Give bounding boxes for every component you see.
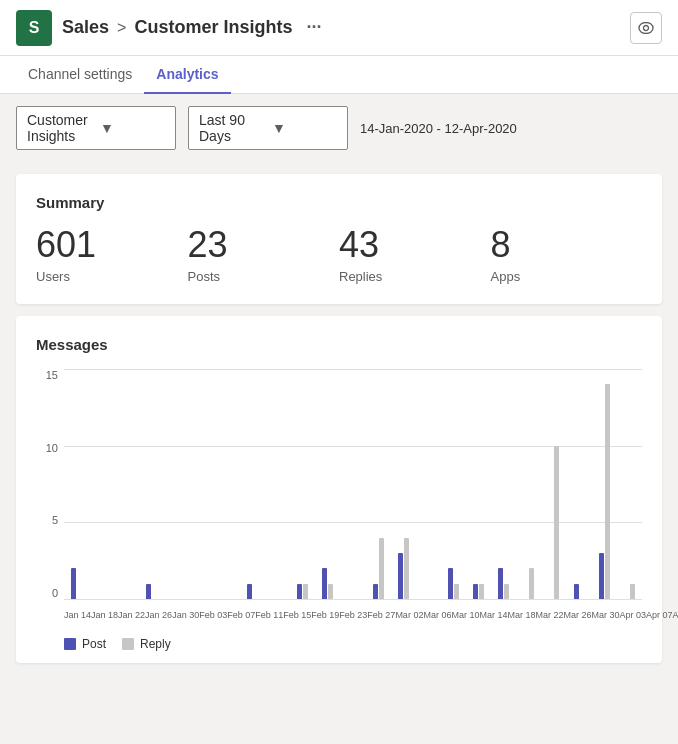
- x-label: Mar 14: [479, 610, 507, 620]
- bar-group: [89, 369, 114, 599]
- bar-group: [617, 369, 642, 599]
- summary-item-users: 601 Users: [36, 227, 188, 284]
- bar-group: [391, 369, 416, 599]
- x-label: Apr 07: [646, 610, 673, 620]
- chart-body: [64, 369, 642, 599]
- x-label: Jan 18: [91, 610, 118, 620]
- view-toggle-button[interactable]: [630, 12, 662, 44]
- replies-label: Replies: [339, 269, 491, 284]
- x-label: Feb 27: [367, 610, 395, 620]
- x-label: Mar 22: [535, 610, 563, 620]
- x-label: Jan 26: [145, 610, 172, 620]
- y-label-5: 5: [52, 514, 58, 526]
- bar-post: [146, 584, 151, 599]
- more-options-button[interactable]: ···: [300, 15, 327, 40]
- bar-group: [215, 369, 240, 599]
- customer-insights-dropdown[interactable]: Customer Insights ▼: [16, 106, 176, 150]
- app-header: S Sales > Customer Insights ···: [0, 0, 678, 56]
- x-label: Mar 26: [563, 610, 591, 620]
- bar-group: [567, 369, 592, 599]
- summary-title: Summary: [36, 194, 642, 211]
- apps-label: Apps: [491, 269, 643, 284]
- x-label: Jan 22: [118, 610, 145, 620]
- chart-legend: Post Reply: [36, 637, 642, 651]
- legend-reply-box: [122, 638, 134, 650]
- bar-post: [373, 584, 378, 599]
- svg-point-1: [644, 25, 649, 30]
- x-label: Mar 06: [423, 610, 451, 620]
- bar-group: [541, 369, 566, 599]
- bar-reply: [630, 584, 635, 599]
- legend-post-box: [64, 638, 76, 650]
- bar-group: [340, 369, 365, 599]
- summary-item-apps: 8 Apps: [491, 227, 643, 284]
- tab-bar: Channel settings Analytics: [0, 56, 678, 94]
- users-label: Users: [36, 269, 188, 284]
- legend-reply-label: Reply: [140, 637, 171, 651]
- bar-group: [416, 369, 441, 599]
- legend-reply: Reply: [122, 637, 171, 651]
- bar-reply: [605, 384, 610, 599]
- bar-group: [466, 369, 491, 599]
- dropdown-label: Customer Insights: [27, 112, 92, 144]
- bar-post: [473, 584, 478, 599]
- bar-group: [441, 369, 466, 599]
- x-label: Jan 14: [64, 610, 91, 620]
- bar-group: [516, 369, 541, 599]
- tab-channel-settings[interactable]: Channel settings: [16, 56, 144, 94]
- summary-item-replies: 43 Replies: [339, 227, 491, 284]
- breadcrumb-separator: >: [117, 19, 126, 37]
- x-label: Mar 02: [395, 610, 423, 620]
- header-left: S Sales > Customer Insights ···: [16, 10, 327, 46]
- bar-post: [297, 584, 302, 599]
- messages-title: Messages: [36, 336, 642, 353]
- breadcrumb-root: Sales: [62, 17, 109, 38]
- tab-analytics[interactable]: Analytics: [144, 56, 230, 94]
- chevron-down-icon: ▼: [100, 120, 165, 136]
- x-label: Mar 30: [591, 610, 619, 620]
- summary-item-posts: 23 Posts: [188, 227, 340, 284]
- x-label: Feb 11: [255, 610, 283, 620]
- bar-reply: [454, 584, 459, 599]
- bar-post: [322, 568, 327, 599]
- summary-grid: 601 Users 23 Posts 43 Replies 8 Apps: [36, 227, 642, 284]
- x-label: Apr 11: [673, 610, 678, 620]
- x-label: Apr 03: [620, 610, 647, 620]
- bar-reply: [554, 446, 559, 599]
- y-axis: 15 10 5 0: [36, 369, 58, 599]
- svg-point-0: [639, 22, 653, 33]
- x-label: Feb 03: [199, 610, 227, 620]
- bar-group: [64, 369, 89, 599]
- summary-card: Summary 601 Users 23 Posts 43 Replies 8 …: [16, 174, 662, 304]
- legend-post-label: Post: [82, 637, 106, 651]
- bar-reply: [479, 584, 484, 599]
- breadcrumb: Sales > Customer Insights ···: [62, 15, 327, 40]
- x-label: Mar 18: [507, 610, 535, 620]
- bar-group: [139, 369, 164, 599]
- bar-post: [71, 568, 76, 599]
- bar-group: [315, 369, 340, 599]
- grid-line-0: [64, 599, 642, 600]
- y-label-0: 0: [52, 587, 58, 599]
- bar-post: [448, 568, 453, 599]
- legend-post: Post: [64, 637, 106, 651]
- posts-count: 23: [188, 227, 340, 263]
- bars-container: [64, 369, 642, 599]
- replies-count: 43: [339, 227, 491, 263]
- x-label: Mar 10: [451, 610, 479, 620]
- bar-post: [498, 568, 503, 599]
- bar-reply: [529, 568, 534, 599]
- x-label: Feb 23: [339, 610, 367, 620]
- chevron-down-icon: ▼: [272, 120, 337, 136]
- breadcrumb-current: Customer Insights: [134, 17, 292, 38]
- bar-reply: [328, 584, 333, 599]
- bar-group: [114, 369, 139, 599]
- y-label-10: 10: [46, 442, 58, 454]
- date-range-dropdown[interactable]: Last 90 Days ▼: [188, 106, 348, 150]
- chart-area: 15 10 5 0 Jan 14Jan 18Jan 22Jan 26Jan 30…: [36, 369, 642, 629]
- bar-post: [574, 584, 579, 599]
- bar-group: [592, 369, 617, 599]
- date-range-display: 14-Jan-2020 - 12-Apr-2020: [360, 121, 517, 136]
- toolbar: Customer Insights ▼ Last 90 Days ▼ 14-Ja…: [0, 94, 678, 162]
- bar-post: [599, 553, 604, 599]
